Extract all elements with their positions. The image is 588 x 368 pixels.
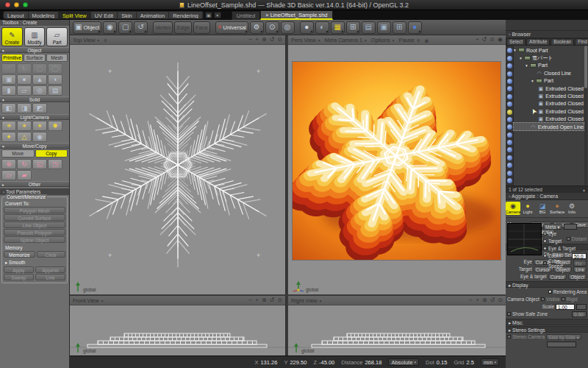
- box-icon[interactable]: ▣: [1, 74, 16, 85]
- spot-light-icon[interactable]: ✶: [17, 121, 32, 131]
- visibility-orb[interactable]: [507, 94, 512, 99]
- convert-button[interactable]: Polygon Mesh: [4, 207, 65, 213]
- tree-item[interactable]: ▾ Part: [514, 77, 584, 85]
- wire-sphere-icon[interactable]: ◐: [315, 21, 329, 34]
- render-flag-icon[interactable]: ▣: [425, 38, 429, 43]
- preview-render-icon[interactable]: ●: [408, 21, 422, 34]
- stereo-settings-section[interactable]: ▸ Stereo Settings: [506, 326, 588, 333]
- torus-icon[interactable]: ◎: [32, 85, 47, 96]
- options-menu[interactable]: Options: [371, 37, 390, 43]
- rendering-area-checkbox[interactable]: ✓: [548, 290, 552, 294]
- visibility-orb[interactable]: [507, 163, 512, 168]
- browser-tab[interactable]: Boolean: [551, 38, 574, 46]
- view-controls[interactable]: −+ ⊕↺ ⊙: [470, 296, 503, 305]
- tab-overflow-button[interactable]: ▾: [214, 12, 221, 18]
- convert-button[interactable]: Curved Surface: [4, 214, 65, 221]
- visibility-orb[interactable]: [507, 140, 512, 145]
- visibility-orb[interactable]: [507, 171, 512, 176]
- toolbox-mode-button[interactable]: ▱ Part: [46, 27, 68, 46]
- tree-item[interactable]: ▣ Extruded Closed: [514, 85, 584, 92]
- directional-light-icon[interactable]: ✶: [32, 121, 47, 131]
- object-tab[interactable]: Surface: [24, 54, 45, 62]
- eyetarget-cursor-button[interactable]: Cursor: [548, 274, 567, 280]
- visibility-orb[interactable]: [507, 79, 512, 84]
- plane-icon[interactable]: ▱: [17, 85, 32, 96]
- smooth-apply-button[interactable]: Apply: [4, 266, 34, 273]
- rect-tool-icon[interactable]: ▢: [32, 63, 47, 74]
- cylinder-icon[interactable]: ▮: [1, 85, 16, 96]
- safe-zone-input[interactable]: 0.90: [572, 311, 587, 317]
- eye-radio[interactable]: [543, 232, 547, 236]
- cone-icon[interactable]: ▲: [32, 74, 47, 85]
- toolbox-header[interactable]: Toolbox : Create: [0, 20, 69, 26]
- guide-icon[interactable]: ◎: [281, 21, 295, 34]
- eyetarget-object-button[interactable]: Object: [568, 274, 587, 280]
- polygon-icon[interactable]: ▤: [48, 85, 62, 96]
- visibility-orb[interactable]: [507, 48, 512, 53]
- object-mode-button[interactable]: ▣ Object: [73, 21, 101, 34]
- hemisphere-icon[interactable]: ◖: [48, 74, 62, 85]
- toolbox-mode-button[interactable]: ✎ Create: [1, 27, 23, 46]
- visibility-orb[interactable]: [507, 117, 512, 122]
- browser-tab[interactable]: Select: [506, 38, 526, 46]
- pen-tool-icon[interactable]: ◜: [1, 63, 16, 74]
- smooth-link-button[interactable]: Link: [35, 274, 65, 280]
- work-plane-icon[interactable]: ⚙: [250, 21, 264, 34]
- document-tab[interactable]: × LineOffset_Sample.shd: [260, 10, 332, 20]
- memorize-button[interactable]: Memorize: [4, 251, 35, 258]
- mode-tab[interactable]: Skin: [118, 12, 137, 18]
- view-controls[interactable]: +↺ ⊙◉: [476, 35, 503, 44]
- sun-light-icon[interactable]: ☀: [1, 121, 16, 131]
- clear-button[interactable]: Clear: [37, 251, 65, 258]
- view-controls[interactable]: −+ ⊕↺ ⊙: [249, 296, 282, 305]
- visibility-orb[interactable]: [507, 56, 512, 61]
- zoom-value-input[interactable]: 50.0: [572, 253, 587, 259]
- scale-copy-icon[interactable]: ▰: [17, 170, 32, 180]
- solid-intersect-icon[interactable]: ◩: [32, 103, 47, 113]
- layout-camera-icon[interactable]: ▣: [377, 21, 391, 34]
- arc-tool-icon[interactable]: ↻: [17, 63, 32, 74]
- front-viewport[interactable]: Front View▾ −+ ⊕↺ ⊙: [70, 296, 287, 355]
- visibility-orb[interactable]: [507, 86, 512, 91]
- mode-tab[interactable]: Split View: [59, 12, 91, 18]
- camera-select-icon[interactable]: ◉: [103, 21, 117, 34]
- marquee-select-icon[interactable]: ▢: [118, 21, 132, 34]
- camera-selector[interactable]: Meta Camera 1: [324, 37, 362, 43]
- stereo-camera-checkbox[interactable]: [507, 335, 511, 339]
- cube-speed-checkbox[interactable]: [543, 261, 547, 265]
- tree-item[interactable]: ◠ Extruded Open Line: [514, 123, 584, 130]
- rotate-select-icon[interactable]: ↺: [134, 21, 148, 34]
- mode-tab[interactable]: Modeling: [29, 12, 59, 18]
- camera-object-icon[interactable]: ◉: [32, 132, 47, 142]
- section-move-copy[interactable]: ▾Move/Copy: [0, 143, 69, 149]
- render-gear-icon[interactable]: ⚙: [417, 38, 420, 43]
- object-tab[interactable]: Primitive: [1, 54, 23, 62]
- mirror-copy-icon[interactable]: ◱: [32, 159, 47, 169]
- visibility-orb[interactable]: [507, 63, 512, 68]
- move-copy-tab[interactable]: Copy: [35, 149, 68, 158]
- aggregate-tab[interactable]: ●Surface: [550, 202, 564, 215]
- smooth-sweep-button[interactable]: Sweep: [4, 274, 34, 280]
- document-tab[interactable]: Untitled: [232, 11, 260, 20]
- meta-dropdown[interactable]: Meta ▾: [543, 224, 562, 230]
- visible-checkbox[interactable]: [541, 297, 545, 301]
- section-solid[interactable]: ▾Solid: [0, 96, 69, 102]
- section-object[interactable]: ▾Object: [0, 47, 69, 53]
- browser-tab[interactable]: Attribute: [526, 38, 550, 46]
- target-radio[interactable]: [543, 239, 547, 243]
- front-view-canvas[interactable]: global: [70, 305, 285, 355]
- visibility-orb[interactable]: [507, 132, 512, 138]
- visibility-orb[interactable]: [507, 102, 512, 107]
- tree-item[interactable]: ▣ Extruded Closed: [514, 116, 584, 123]
- solid-union-icon[interactable]: ◧: [1, 103, 16, 113]
- layout-single-icon[interactable]: ▤: [362, 21, 376, 34]
- stereo-mode-select[interactable]: Side by Side ▾: [546, 334, 581, 340]
- top-view-canvas[interactable]: + + + + global: [70, 45, 285, 294]
- pause-button[interactable]: Pause: [398, 37, 414, 43]
- move-copy-tab[interactable]: Move: [1, 149, 35, 158]
- aggregate-panel-header[interactable]: ◦ Aggregate : Camera: [506, 193, 588, 200]
- visibility-orb[interactable]: [507, 178, 512, 183]
- object-tab[interactable]: Mesh: [46, 54, 68, 62]
- solid-subtract-icon[interactable]: ◨: [17, 103, 32, 113]
- pers-view-canvas[interactable]: global: [288, 45, 506, 294]
